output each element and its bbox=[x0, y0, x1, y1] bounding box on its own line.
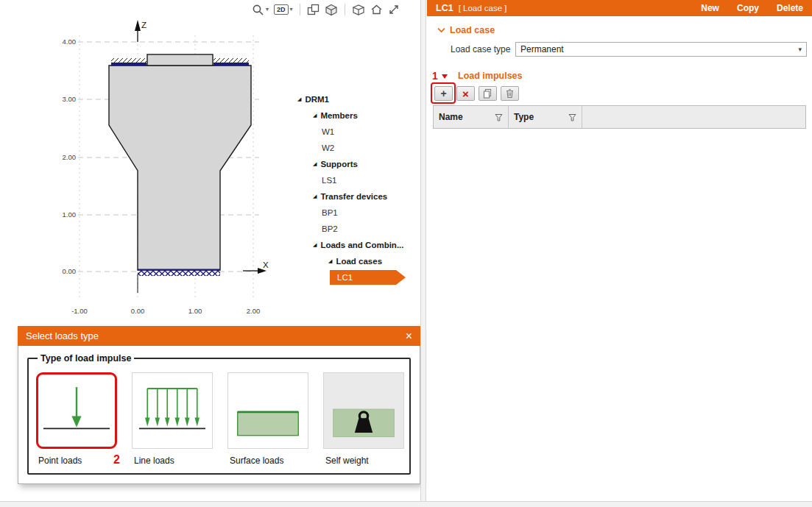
annotation-step-2: 2 bbox=[113, 453, 120, 467]
tree-item-members[interactable]: ◢Members bbox=[291, 107, 427, 124]
copy-button[interactable]: Copy bbox=[737, 3, 759, 13]
z-axis-label: Z bbox=[141, 21, 146, 29]
tree-item-w1[interactable]: W1 bbox=[291, 124, 427, 140]
load-impulse-type-group: Type of load impulse bbox=[27, 353, 411, 475]
tree-item-supports[interactable]: ◢Supports bbox=[291, 156, 427, 172]
filter-icon[interactable] bbox=[568, 113, 576, 121]
select-loads-type-dialog: Select loads type × Type of load impulse bbox=[18, 326, 420, 484]
selected-object-title: LC1 bbox=[436, 3, 453, 13]
expand-icon[interactable]: ◢ bbox=[297, 91, 301, 107]
axonometry-view-button[interactable] bbox=[307, 4, 319, 16]
structure-shape[interactable] bbox=[109, 54, 251, 270]
bottom-scrollbar-strip[interactable] bbox=[0, 501, 812, 507]
copy-icon bbox=[483, 88, 493, 99]
point-load-icon bbox=[40, 377, 113, 444]
expand-icon bbox=[388, 4, 400, 15]
app-window: 4.00 3.00 2.00 1.00 0.00 -1.00 0.00 1.00… bbox=[0, 0, 812, 507]
tree-item-drm1[interactable]: ◢DRM1 bbox=[291, 91, 427, 107]
surface-load-icon bbox=[231, 377, 305, 444]
delete-load-impulse-button[interactable] bbox=[501, 86, 519, 101]
solid-view-button[interactable] bbox=[325, 4, 338, 16]
annotation-highlight-box bbox=[431, 82, 456, 104]
remove-load-impulse-button[interactable]: × bbox=[456, 86, 475, 101]
prism-icon bbox=[352, 4, 365, 16]
project-tree: ◢DRM1 ◢Members W1 W2 ◢Supports LS1 ◢Tran… bbox=[291, 91, 427, 286]
load-impulses-table-header: Name Type bbox=[433, 105, 806, 129]
self-weight-icon bbox=[327, 377, 400, 444]
trash-icon bbox=[505, 88, 515, 99]
self-weight-card[interactable] bbox=[323, 372, 404, 449]
line-support[interactable] bbox=[138, 270, 220, 277]
y-tick: 3.00 bbox=[63, 95, 77, 103]
zoom-all-button[interactable] bbox=[388, 4, 400, 15]
tree-item-w2[interactable]: W2 bbox=[291, 140, 427, 156]
copy-load-impulse-button[interactable] bbox=[479, 86, 497, 101]
x-tick: 2.00 bbox=[247, 307, 261, 315]
viewport-toolbar: ▾ 2D ▾ bbox=[252, 1, 400, 18]
close-icon[interactable]: × bbox=[406, 330, 412, 342]
y-tick: 4.00 bbox=[63, 38, 77, 46]
selected-object-type: [ Load case ] bbox=[459, 4, 507, 13]
expand-icon[interactable]: ◢ bbox=[328, 253, 332, 269]
toolbar-separator bbox=[300, 4, 300, 15]
column-header-empty bbox=[582, 106, 805, 128]
y-tick: 2.00 bbox=[63, 153, 77, 161]
expand-icon[interactable]: ◢ bbox=[313, 188, 317, 205]
load-case-type-select[interactable]: Permanent ▾ bbox=[515, 42, 807, 57]
surface-loads-label: Surface loads bbox=[227, 455, 308, 466]
new-button[interactable]: New bbox=[701, 3, 719, 13]
load-case-section-title[interactable]: Load case bbox=[450, 25, 495, 35]
delete-button[interactable]: Delete bbox=[777, 3, 803, 13]
load-type-labels: Point loads2 Line loads Surface loads Se… bbox=[36, 455, 409, 466]
load-case-type-value: Permanent bbox=[520, 44, 564, 54]
tree-item-bp1[interactable]: BP1 bbox=[291, 205, 427, 221]
filter-icon[interactable] bbox=[495, 113, 503, 121]
panel-divider[interactable] bbox=[420, 0, 426, 507]
tree-item-bp2[interactable]: BP2 bbox=[291, 221, 427, 237]
group-title: Type of load impulse bbox=[38, 353, 134, 364]
view-mode-button[interactable]: 2D ▾ bbox=[274, 4, 293, 15]
point-loads-label: Point loads2 bbox=[36, 455, 117, 466]
properties-header: LC1 [ Load case ] New Copy Delete bbox=[427, 0, 812, 16]
line-loads-card[interactable] bbox=[132, 372, 213, 449]
annotation-step-1: 1 bbox=[432, 70, 438, 82]
red-x-icon: × bbox=[462, 88, 469, 99]
cube-icon bbox=[325, 4, 338, 16]
column-header-type[interactable]: Type bbox=[509, 106, 582, 128]
x-tick: 1.00 bbox=[188, 307, 202, 315]
dialog-body: Type of load impulse bbox=[18, 346, 420, 484]
line-load-icon bbox=[135, 377, 209, 444]
properties-panel: LC1 [ Load case ] New Copy Delete Load c… bbox=[427, 0, 812, 507]
column-header-name[interactable]: Name bbox=[434, 106, 509, 128]
tree-item-transfer-devices[interactable]: ◢Transfer devices bbox=[291, 188, 427, 205]
tree-item-lc1-selected-banner[interactable]: LC1 bbox=[330, 270, 396, 285]
wireframe-view-button[interactable] bbox=[352, 4, 365, 16]
chevron-down-icon[interactable] bbox=[437, 27, 445, 33]
x-tick: 0.00 bbox=[131, 307, 145, 315]
y-tick: 0.00 bbox=[63, 267, 77, 275]
view-mode-2d[interactable]: 2D bbox=[274, 4, 289, 15]
expand-icon[interactable]: ◢ bbox=[313, 156, 317, 172]
home-view-button[interactable] bbox=[370, 4, 383, 15]
zoom-tool-button[interactable]: ▾ bbox=[252, 4, 269, 16]
self-weight-label: Self weight bbox=[323, 455, 404, 466]
dialog-titlebar[interactable]: Select loads type × bbox=[18, 326, 420, 346]
header-actions: New Copy Delete bbox=[701, 3, 803, 13]
chevron-down-icon[interactable]: ▾ bbox=[290, 7, 293, 13]
load-impulses-section-title[interactable]: Load impulses bbox=[458, 71, 523, 81]
tree-item-lc1[interactable]: LC1 bbox=[291, 269, 427, 286]
load-case-type-label: Load case type bbox=[451, 44, 510, 54]
dialog-title: Select loads type bbox=[26, 330, 99, 341]
toolbar-separator bbox=[345, 4, 345, 15]
chevron-down-icon[interactable]: ▾ bbox=[266, 7, 269, 13]
tree-item-load-cases[interactable]: ◢Load cases bbox=[291, 253, 427, 269]
surface-loads-card[interactable] bbox=[227, 372, 308, 449]
annotation-arrow-icon bbox=[442, 74, 448, 79]
expand-icon[interactable]: ◢ bbox=[313, 107, 317, 124]
load-type-cards bbox=[36, 372, 409, 449]
point-loads-card[interactable] bbox=[36, 372, 117, 449]
axonometry-icon bbox=[307, 4, 319, 16]
expand-icon[interactable]: ◢ bbox=[313, 237, 317, 253]
tree-item-ls1[interactable]: LS1 bbox=[291, 172, 427, 188]
tree-item-loads-and-combinations[interactable]: ◢Loads and Combin... bbox=[291, 237, 427, 253]
